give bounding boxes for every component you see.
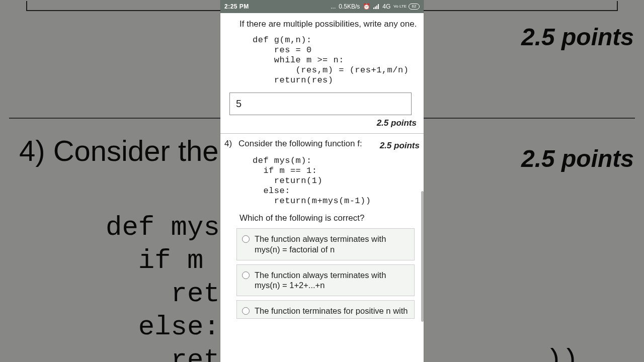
q3-points: 2.5 points	[224, 118, 417, 128]
more-icon: ...	[331, 3, 336, 10]
q4-option-2[interactable]: The function always terminates with mys(…	[236, 264, 415, 296]
q4-header-row: 4) Consider the following function f: 2.…	[224, 139, 420, 151]
q4-option-3-text: The function terminates for positive n w…	[255, 306, 409, 316]
q3-intro: If there are multiple possibilities, wri…	[239, 19, 418, 29]
quiz-content[interactable]: If there are multiple possibilities, wri…	[220, 13, 424, 319]
phone-screen: 2:25 PM ... 0.5KB/s ⏰ 4G Vo LTE 62 If th…	[220, 0, 424, 362]
signal-icon	[373, 4, 379, 9]
q4-option-3[interactable]: The function terminates for positive n w…	[236, 300, 415, 319]
alarm-icon: ⏰	[363, 3, 370, 10]
status-bar: 2:25 PM ... 0.5KB/s ⏰ 4G Vo LTE 62	[220, 0, 424, 13]
q4-points: 2.5 points	[380, 141, 420, 151]
battery-icon: 62	[409, 4, 420, 10]
radio-icon[interactable]	[242, 272, 250, 279]
q4-option-1-text: The function always terminates with mys(…	[255, 234, 409, 254]
q4-text: Consider the following function f:	[238, 139, 377, 149]
network-type: 4G	[382, 3, 390, 10]
radio-icon[interactable]	[242, 307, 250, 315]
q3-code: def g(m,n): res = 0 while m >= n: (res,m…	[253, 35, 420, 85]
bg-points-2: 2.5 points	[521, 145, 634, 172]
net-speed: 0.5KB/s	[339, 3, 360, 10]
bg-points-1: 2.5 points	[521, 23, 634, 51]
scrollbar[interactable]	[421, 191, 424, 322]
q4-code: def mys(m): if m == 1: return(1) else: r…	[253, 156, 420, 206]
q4-option-1[interactable]: The function always terminates with mys(…	[236, 228, 415, 260]
q4-number: 4)	[224, 139, 238, 149]
question-divider	[220, 133, 424, 134]
q4-option-2-text: The function always terminates with mys(…	[255, 270, 409, 291]
status-time: 2:25 PM	[224, 3, 249, 10]
q3-answer-input[interactable]: 5	[229, 93, 412, 115]
volte-icon: Vo LTE	[393, 5, 407, 9]
q4-prompt: Which of the following is correct?	[239, 213, 420, 223]
radio-icon[interactable]	[242, 235, 250, 243]
